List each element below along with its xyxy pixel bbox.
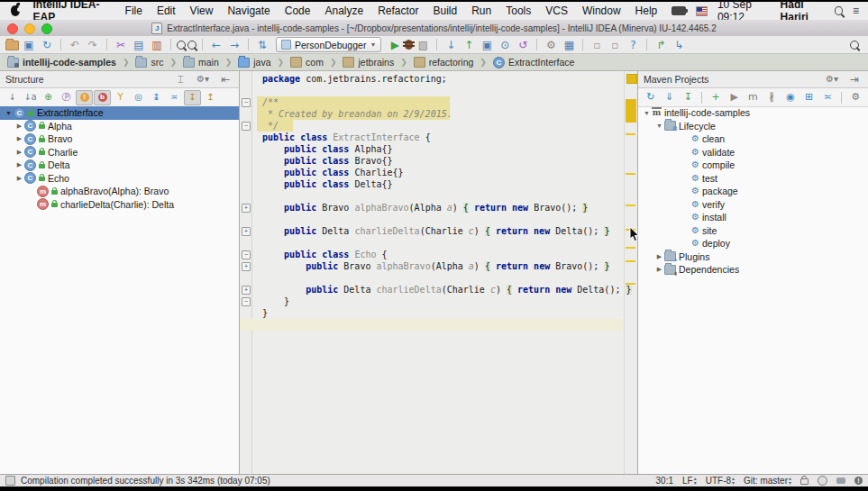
warning-stripe-block[interactable] — [626, 99, 636, 123]
tree-row-bravo[interactable]: ▶CBravo — [0, 132, 239, 146]
maven-settings-icon[interactable]: ⚙ — [846, 90, 864, 105]
tree-row-charliedelta-charlie-delta[interactable]: mcharlieDelta(Charlie): Delta — [0, 198, 239, 212]
code-line-6[interactable]: public class ExtractInterface { — [252, 132, 625, 143]
paste-icon[interactable]: ▥ — [149, 38, 165, 52]
menu-item-vcs[interactable]: VCS — [545, 5, 568, 17]
help-icon[interactable]: ? — [625, 38, 641, 52]
tree-row-clean[interactable]: ⚙clean — [638, 132, 868, 146]
settings-gear-icon[interactable]: ⚙▾ — [195, 72, 211, 86]
settings-gear-icon[interactable]: ⚙▾ — [824, 72, 840, 86]
forward-icon[interactable]: → — [226, 38, 242, 52]
menu-item-window[interactable]: Window — [582, 5, 621, 17]
fold-collapse-icon[interactable]: − — [242, 297, 251, 306]
show-non-public-icon[interactable]: b — [94, 90, 111, 105]
chevron-collapsed-icon[interactable]: ▶ — [14, 135, 24, 142]
tree-row-lifecycle[interactable]: ▼Lifecycle — [638, 120, 868, 133]
chevron-collapsed-icon[interactable]: ▶ — [14, 161, 24, 168]
fold-expand-icon[interactable]: + — [242, 286, 251, 295]
fold-collapse-icon[interactable]: − — [242, 122, 251, 131]
group-methods-icon[interactable]: Y — [112, 90, 129, 105]
reimport-icon[interactable]: ↻ — [642, 90, 660, 105]
warning-stripe-mark[interactable] — [626, 247, 635, 249]
sort-by-visibility-icon[interactable]: ↓ — [4, 90, 21, 105]
breadcrumb-item-src[interactable]: src — [133, 57, 165, 68]
close-window-button[interactable] — [7, 23, 18, 34]
project-structure-icon[interactable]: ▦ — [561, 38, 577, 52]
back-icon[interactable]: ← — [208, 38, 224, 52]
copy-icon[interactable]: ▤ — [131, 38, 147, 52]
show-history-icon[interactable]: ⊙ — [497, 38, 513, 52]
fold-expand-icon[interactable]: + — [242, 262, 251, 271]
code-line-22[interactable] — [240, 319, 637, 331]
chevron-collapsed-icon[interactable]: ▶ — [14, 149, 24, 156]
code-line-15[interactable] — [252, 237, 625, 249]
status-message[interactable]: Compilation completed successfully in 3s… — [21, 476, 270, 486]
android-device-icon[interactable]: ▫ — [607, 38, 623, 52]
hector-inspection-icon[interactable] — [818, 476, 827, 486]
sort-alphabetically-icon[interactable]: ↓a — [22, 90, 39, 105]
code-line-8[interactable]: public class Bravo{} — [252, 155, 625, 167]
toolwindow-quick-access-icon[interactable] — [5, 476, 15, 486]
android-sdk-icon[interactable]: ▫ — [589, 38, 605, 52]
chevron-expanded-icon[interactable]: ▼ — [642, 110, 652, 116]
encoding-selector[interactable]: UTF-8▴▾ — [706, 476, 735, 486]
structure-panel-header[interactable]: Structure ⌶⚙▾⇤ — [0, 71, 239, 88]
code-line-7[interactable]: public class Alpha{} — [252, 143, 625, 155]
chevron-collapsed-icon[interactable]: ▶ — [654, 266, 664, 273]
apple-menu-icon[interactable] — [11, 5, 20, 16]
code-line-20[interactable]: } — [252, 296, 625, 307]
collapse-all-icon[interactable]: ≍ — [166, 90, 183, 105]
chevron-collapsed-icon[interactable]: ▶ — [14, 123, 24, 130]
breadcrumb-item-main[interactable]: main — [181, 57, 221, 68]
code-line-12[interactable]: public Bravo alphaBravo(Alpha a) { retur… — [252, 202, 625, 214]
vcs-branch-selector[interactable]: Git: master▴▾ — [744, 476, 791, 486]
show-properties-icon[interactable]: Ⓟ — [58, 90, 75, 105]
code-line-17[interactable]: public Bravo alphaBravo(Alpha a) { retur… — [252, 260, 625, 272]
code-line-16[interactable]: public class Echo { — [252, 249, 625, 260]
float-window-icon[interactable]: ⌶ — [172, 72, 188, 86]
breadcrumb-item-jetbrains[interactable]: jetbrains — [341, 57, 396, 68]
code-line-10[interactable]: public class Delta{} — [252, 178, 625, 190]
redo-icon[interactable]: ↷ — [85, 38, 101, 52]
hide-panel-icon[interactable]: ⇥ — [846, 72, 863, 86]
breadcrumb-item-intellij-code-samples[interactable]: intellij-code-samples — [5, 57, 118, 68]
rollback-icon[interactable]: ↺ — [515, 38, 531, 52]
tree-row-extractinterface[interactable]: ▼CExtractInterface — [0, 106, 239, 120]
code-line-19[interactable]: public Delta charlieDelta(Charlie c) { r… — [252, 284, 625, 296]
tree-row-deploy[interactable]: ⚙deploy — [638, 237, 868, 250]
show-public-icon[interactable]: ! — [76, 90, 93, 105]
error-stripe-indicator[interactable] — [626, 74, 637, 84]
editor-gutter[interactable]: −−++−++− — [240, 71, 252, 474]
run-configuration-selector[interactable]: PersonDebugger ▼ — [276, 37, 381, 52]
breadcrumb-item-extractinterface[interactable]: CExtractInterface — [491, 57, 577, 68]
autoscroll-from-source-icon[interactable]: ↥ — [202, 90, 219, 105]
toggle-offline-icon[interactable]: ◉ — [781, 90, 799, 105]
show-fields-icon[interactable]: ⊕ — [40, 90, 57, 105]
notification-center-icon[interactable]: ≡ — [853, 5, 859, 17]
tree-row-test[interactable]: ⚙test — [638, 172, 868, 186]
show-anonymous-icon[interactable]: ◎ — [130, 90, 147, 105]
menu-item-help[interactable]: Help — [635, 5, 658, 17]
caret-position[interactable]: 30:1 — [656, 476, 673, 486]
export-settings-icon[interactable]: ↱ — [653, 38, 669, 52]
menu-item-tools[interactable]: Tools — [506, 5, 531, 17]
expand-all-icon[interactable]: ↨ — [148, 90, 165, 105]
fold-collapse-icon[interactable]: − — [242, 250, 251, 259]
code-line-14[interactable]: public Delta charlieDelta(Charlie c) { r… — [252, 225, 625, 237]
sort-lines-icon[interactable]: ⇅ — [254, 38, 270, 52]
read-only-lock-icon[interactable] — [800, 478, 809, 485]
menu-item-file[interactable]: File — [125, 5, 142, 17]
breadcrumb-item-java[interactable]: java — [236, 57, 272, 68]
tree-row-compile[interactable]: ⚙compile — [638, 159, 868, 172]
tree-row-charlie[interactable]: ▶CCharlie — [0, 146, 239, 159]
find-icon[interactable] — [177, 41, 186, 50]
fold-expand-icon[interactable]: + — [242, 227, 251, 236]
autoscroll-to-source-icon[interactable]: ↧ — [184, 90, 201, 105]
search-everywhere-icon[interactable] — [850, 41, 859, 50]
zoom-window-button[interactable] — [41, 23, 52, 34]
code-line-3[interactable]: /** — [252, 96, 625, 108]
import-settings-icon[interactable]: ↳ — [671, 38, 687, 52]
code-line-5[interactable]: */ — [252, 120, 625, 132]
debug-icon[interactable] — [405, 40, 413, 50]
code-line-11[interactable] — [252, 190, 625, 202]
